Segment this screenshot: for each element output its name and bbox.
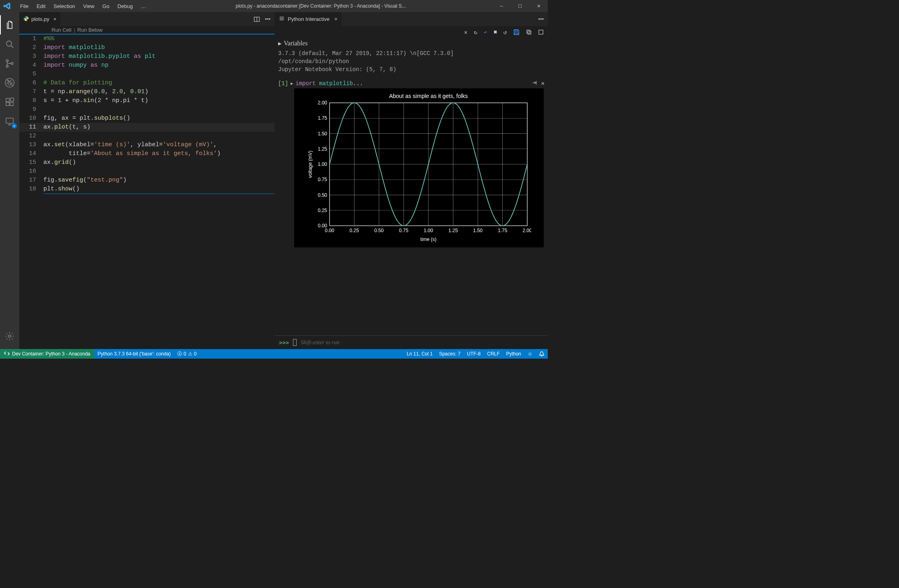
- export-icon[interactable]: [526, 29, 532, 35]
- main-area: × plots.py × •••: [0, 12, 548, 349]
- cell-number: [1]: [278, 80, 288, 87]
- svg-text:1.25: 1.25: [318, 146, 328, 152]
- svg-text:0.50: 0.50: [318, 192, 328, 198]
- svg-line-8: [10, 80, 11, 81]
- svg-text:0.25: 0.25: [318, 208, 328, 213]
- close-button[interactable]: ✕: [529, 0, 548, 12]
- split-editor-icon[interactable]: [254, 16, 260, 22]
- svg-point-2: [6, 60, 8, 62]
- debug-disabled-icon[interactable]: [0, 73, 19, 92]
- more-actions-icon[interactable]: •••: [538, 16, 544, 22]
- svg-text:2.00: 2.00: [318, 100, 328, 106]
- delete-icon[interactable]: ✕: [541, 80, 545, 87]
- sb-notifications-icon[interactable]: [536, 349, 548, 359]
- tab-plots-py[interactable]: plots.py ×: [19, 12, 61, 26]
- stop-icon[interactable]: ■: [494, 29, 497, 35]
- environment-info: 3.7.3 (default, Mar 27 2019, 22:11:17) \…: [275, 49, 548, 78]
- plot-output: 0.000.250.500.751.001.251.501.752.000.00…: [294, 88, 544, 247]
- remote-icon: [4, 351, 10, 357]
- svg-rect-13: [6, 102, 9, 106]
- svg-rect-15: [10, 98, 14, 101]
- remote-explorer-icon[interactable]: ×: [0, 112, 19, 131]
- sb-encoding[interactable]: UTF-8: [464, 349, 484, 359]
- close-icon[interactable]: ×: [53, 16, 57, 22]
- sb-eol[interactable]: CRLF: [484, 349, 503, 359]
- restart-icon[interactable]: ↺: [504, 29, 507, 36]
- menu-selection[interactable]: Selection: [50, 2, 78, 11]
- extensions-icon[interactable]: [0, 92, 19, 112]
- svg-text:2.00: 2.00: [522, 228, 531, 233]
- search-icon[interactable]: [0, 35, 19, 54]
- titlebar: FileEditSelectionViewGoDebug… plots.py -…: [0, 0, 548, 12]
- settings-icon[interactable]: [0, 327, 19, 346]
- svg-text:voltage (mV): voltage (mV): [307, 151, 313, 178]
- tab-python-interactive[interactable]: Python Interactive ×: [275, 12, 342, 26]
- vscode-logo-icon: [3, 2, 12, 10]
- sb-remote[interactable]: Dev Container: Python 3 - Anaconda: [0, 349, 94, 359]
- svg-rect-14: [10, 102, 13, 106]
- editor-tabs: plots.py × •••: [19, 12, 274, 26]
- input-placeholder: Shift-enter to run: [301, 339, 339, 346]
- sb-language[interactable]: Python: [503, 349, 524, 359]
- menu-view[interactable]: View: [80, 2, 98, 11]
- svg-rect-29: [527, 30, 530, 33]
- sb-problems[interactable]: ⓧ0 ⚠0: [174, 349, 200, 359]
- close-icon[interactable]: ✕: [464, 29, 467, 36]
- svg-point-19: [8, 335, 11, 337]
- interactive-tabs: Python Interactive × •••: [275, 12, 548, 26]
- svg-text:0.75: 0.75: [399, 228, 409, 233]
- menu-debug[interactable]: Debug: [114, 2, 136, 11]
- explorer-icon[interactable]: [0, 15, 19, 35]
- svg-text:About as simple as it gets, fo: About as simple as it gets, folks: [389, 93, 468, 99]
- svg-rect-30: [528, 31, 531, 34]
- svg-text:0.25: 0.25: [350, 228, 359, 233]
- variables-label: Variables: [284, 40, 308, 47]
- list-icon: [279, 16, 285, 22]
- interactive-body: ✕ ↻ ↶ ■ ↺ ▶ Varia: [275, 26, 548, 349]
- close-icon[interactable]: ×: [334, 16, 338, 22]
- error-icon: ⓧ: [177, 351, 182, 357]
- source-control-icon[interactable]: [0, 54, 19, 73]
- sb-feedback-icon[interactable]: ☺: [524, 349, 536, 359]
- expand-icon[interactable]: [538, 29, 544, 35]
- more-actions-icon[interactable]: •••: [265, 16, 270, 22]
- svg-text:0.75: 0.75: [318, 177, 328, 182]
- code-editor-pane: plots.py × ••• Run Cell | Run Below 1#%%…: [19, 12, 275, 349]
- interactive-pane: Python Interactive × ••• ✕ ↻ ↶ ■ ↺: [275, 12, 548, 349]
- maximize-button[interactable]: ☐: [511, 0, 529, 12]
- menu-edit[interactable]: Edit: [33, 2, 49, 11]
- python-file-icon: [23, 16, 29, 22]
- interactive-tab-title: Python Interactive: [288, 16, 330, 22]
- menu-go[interactable]: Go: [99, 2, 113, 11]
- cell-tools: ✕: [532, 80, 545, 87]
- codelens-run-below[interactable]: Run Below: [78, 27, 103, 33]
- chevron-right-icon[interactable]: ▶: [291, 81, 293, 86]
- svg-point-21: [27, 20, 27, 20]
- undo-icon[interactable]: ↶: [484, 29, 487, 36]
- svg-text:1.50: 1.50: [473, 228, 483, 233]
- codelens-run-cell[interactable]: Run Cell: [51, 27, 72, 33]
- sb-spaces[interactable]: Spaces: 7: [436, 349, 464, 359]
- redo-icon[interactable]: ↻: [474, 29, 477, 36]
- svg-text:1.25: 1.25: [448, 228, 458, 233]
- save-icon[interactable]: [513, 29, 520, 35]
- svg-rect-27: [515, 33, 518, 35]
- sb-ln-col[interactable]: Ln 11, Col 1: [403, 349, 436, 359]
- svg-point-0: [6, 41, 12, 46]
- svg-text:0.00: 0.00: [318, 223, 328, 229]
- variables-section[interactable]: ▶ Variables: [275, 38, 548, 49]
- svg-text:1.00: 1.00: [318, 161, 328, 167]
- activity-bar: ×: [0, 12, 19, 349]
- input-cursor[interactable]: [293, 339, 297, 346]
- window-title: plots.py - anacondacontainer [Dev Contai…: [149, 3, 492, 9]
- svg-text:0.00: 0.00: [325, 228, 334, 233]
- menu-…[interactable]: …: [137, 2, 149, 11]
- code-editor[interactable]: Run Cell | Run Below 1#%%2import matplot…: [19, 26, 274, 349]
- svg-text:time (s): time (s): [420, 237, 436, 242]
- goto-icon[interactable]: [532, 80, 537, 87]
- sb-interpreter[interactable]: Python 3.7.3 64-bit ('base': conda): [94, 349, 174, 359]
- svg-rect-12: [6, 98, 9, 102]
- svg-text:1.50: 1.50: [318, 131, 328, 137]
- menu-file[interactable]: File: [17, 2, 32, 11]
- minimize-button[interactable]: ─: [492, 0, 511, 12]
